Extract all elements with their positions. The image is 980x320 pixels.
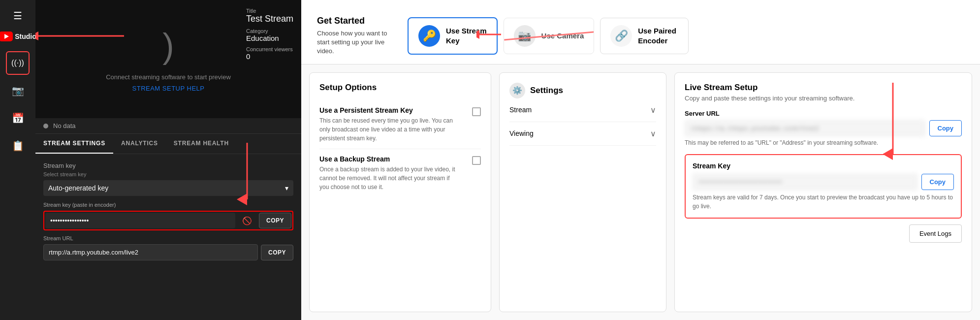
link-icon: 🔗 bbox=[615, 30, 628, 42]
camera-icon: 📷 bbox=[12, 85, 24, 96]
arrow-left-camera bbox=[476, 29, 504, 40]
arrow-down-right bbox=[883, 83, 903, 161]
url-row: COPY bbox=[43, 244, 293, 260]
sidebar-item-live[interactable]: ((·)) bbox=[6, 51, 30, 75]
camera-option-icon-circle: 📷 bbox=[514, 25, 536, 47]
crescent-icon: ) bbox=[162, 26, 174, 65]
settings-item-viewing[interactable]: Viewing ∨ bbox=[509, 122, 656, 146]
backup-stream-label: Use a Backup Stream bbox=[319, 155, 457, 163]
key-select-value: Auto-generated key bbox=[48, 184, 108, 192]
server-url-field-label: Server URL bbox=[685, 110, 962, 117]
live-stream-title: Live Stream Setup bbox=[685, 83, 962, 93]
category-label: Category bbox=[246, 28, 293, 34]
backup-stream-desc: Once a backup stream is added to your li… bbox=[319, 165, 457, 192]
no-data-label: No data bbox=[53, 122, 76, 129]
preview-text: Connect streaming software to start prev… bbox=[106, 73, 231, 81]
stream-settings-panel: Stream key Select stream key Auto-genera… bbox=[35, 154, 301, 320]
server-url-note: This may be referred to as "URL" or "Add… bbox=[685, 139, 962, 146]
copy-server-url-button[interactable]: Copy bbox=[929, 120, 962, 136]
live-stream-description: Copy and paste these settings into your … bbox=[685, 95, 962, 102]
encoder-icon-circle: 🔗 bbox=[610, 25, 632, 47]
options-row: 🔑 Use StreamKey bbox=[408, 8, 972, 64]
option-camera[interactable]: 📷 Use Camera bbox=[504, 18, 595, 54]
copy-stream-key-button[interactable]: Copy bbox=[921, 174, 954, 190]
copy-url-button[interactable]: COPY bbox=[261, 245, 293, 260]
url-label: Stream URL bbox=[43, 235, 293, 241]
settings-title: ⚙️ Settings bbox=[509, 83, 656, 98]
get-started-panel: Get Started Choose how you want to start… bbox=[309, 8, 408, 64]
stream-key-input-row: Copy bbox=[693, 174, 954, 190]
stream-info-panel: Title Test Stream Category Education Con… bbox=[246, 8, 293, 61]
stream-title: Test Stream bbox=[246, 14, 293, 24]
setup-options-title: Setup Options bbox=[319, 83, 481, 93]
toggle-visibility-button[interactable]: 🚫 bbox=[238, 214, 256, 227]
chevron-down-icon: ▾ bbox=[285, 184, 288, 192]
viewers-count: 0 bbox=[246, 52, 293, 61]
get-started-description: Choose how you want to start setting up … bbox=[317, 29, 400, 56]
persistent-key-label: Use a Persistent Stream Key bbox=[319, 106, 457, 114]
setup-options-panel: Setup Options Use a Persistent Stream Ke… bbox=[309, 72, 491, 312]
sidebar-item-library[interactable]: 📋 bbox=[6, 134, 30, 158]
calendar-icon: 📅 bbox=[12, 112, 24, 124]
stream-key-input[interactable] bbox=[45, 213, 235, 228]
settings-item-stream[interactable]: Stream ∨ bbox=[509, 98, 656, 122]
option-paired-encoder[interactable]: 🔗 Use PairedEncoder bbox=[600, 18, 689, 54]
eye-slash-icon: 🚫 bbox=[242, 217, 252, 225]
live-broadcast-icon: ((·)) bbox=[11, 59, 24, 67]
settings-panel: ⚙️ Settings Stream ∨ Viewing ∨ bbox=[499, 72, 666, 312]
youtube-logo-icon bbox=[0, 32, 13, 41]
settings-label: Settings bbox=[530, 86, 563, 96]
stream-key-field-label: Stream Key bbox=[693, 162, 954, 170]
right-content: Get Started Choose how you want to start… bbox=[301, 0, 980, 320]
tab-analytics[interactable]: ANALYTICS bbox=[113, 134, 166, 154]
stream-setup-help-link[interactable]: STREAM SETUP HELP bbox=[132, 85, 205, 92]
gear-icon: ⚙️ bbox=[509, 83, 525, 98]
app-title: Studio bbox=[15, 32, 36, 40]
sidebar-item-calendar[interactable]: 📅 bbox=[6, 106, 30, 130]
category-value: Education bbox=[246, 34, 293, 42]
sidebar: ☰ Studio ((·)) 📷 📅 📋 bbox=[0, 0, 35, 320]
settings-viewing-label: Viewing bbox=[509, 129, 534, 137]
key-icon: 🔑 bbox=[423, 30, 436, 42]
arrow-down-left bbox=[232, 143, 262, 207]
option-camera-wrapper: 📷 Use Camera bbox=[504, 18, 595, 54]
stream-url-input[interactable] bbox=[43, 244, 258, 260]
tab-stream-settings[interactable]: STREAM SETTINGS bbox=[35, 134, 113, 154]
viewers-label: Concurrent viewers bbox=[246, 46, 293, 52]
live-stream-setup-panel: Live Stream Setup Copy and paste these s… bbox=[674, 72, 972, 312]
title-label: Title bbox=[246, 8, 293, 14]
persistent-key-checkbox[interactable] bbox=[472, 107, 481, 116]
camera-option-icon: 📷 bbox=[518, 30, 531, 42]
left-panel: ) Connect streaming software to start pr… bbox=[35, 0, 301, 320]
setup-option-persistent: Use a Persistent Stream Key This can be … bbox=[319, 100, 481, 149]
video-preview-area: ) Connect streaming software to start pr… bbox=[35, 0, 301, 118]
status-dot bbox=[43, 124, 48, 128]
url-section: Stream URL COPY bbox=[43, 235, 293, 260]
backup-stream-checkbox[interactable] bbox=[472, 156, 481, 165]
sidebar-item-camera[interactable]: 📷 bbox=[6, 79, 30, 102]
bottom-section: Setup Options Use a Persistent Stream Ke… bbox=[301, 64, 980, 320]
camera-option-label: Use Camera bbox=[541, 31, 584, 41]
top-section: Get Started Choose how you want to start… bbox=[301, 0, 980, 64]
server-url-row: Copy bbox=[685, 120, 962, 136]
setup-option-backup: Use a Backup Stream Once a backup stream… bbox=[319, 149, 481, 197]
library-icon: 📋 bbox=[12, 140, 24, 152]
get-started-title: Get Started bbox=[317, 16, 400, 26]
tab-stream-health[interactable]: STREAM HEALTH bbox=[166, 134, 237, 154]
settings-stream-label: Stream bbox=[509, 106, 532, 114]
event-logs-button[interactable]: Event Logs bbox=[909, 224, 962, 243]
paired-encoder-label: Use PairedEncoder bbox=[638, 26, 676, 45]
no-data-bar: No data bbox=[35, 118, 301, 134]
stream-key-note: Stream keys are valid for 7 days. Once y… bbox=[693, 193, 954, 211]
stream-key-field-input[interactable] bbox=[693, 174, 917, 190]
key-input-row: 🚫 COPY bbox=[43, 211, 293, 230]
persistent-key-desc: This can be reused every time you go liv… bbox=[319, 116, 457, 143]
stream-key-icon-circle: 🔑 bbox=[418, 25, 440, 47]
chevron-down-stream-icon: ∨ bbox=[650, 105, 656, 115]
chevron-down-viewing-icon: ∨ bbox=[650, 129, 656, 138]
stream-key-box: Stream Key Copy Stream keys are valid fo… bbox=[685, 154, 962, 219]
menu-button[interactable]: ☰ bbox=[9, 6, 26, 26]
copy-key-button[interactable]: COPY bbox=[259, 213, 291, 228]
